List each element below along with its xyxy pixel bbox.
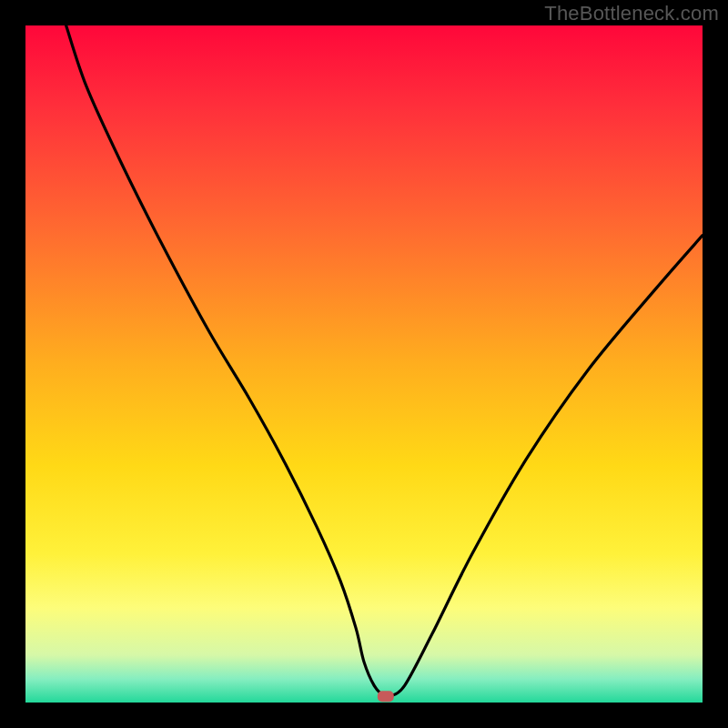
plot-area: [25, 25, 703, 703]
chart-frame: TheBottleneck.com: [0, 0, 728, 728]
gradient-background: [25, 25, 703, 703]
watermark-text: TheBottleneck.com: [544, 2, 719, 25]
bottleneck-chart: [25, 25, 703, 703]
selected-point-marker: [378, 691, 394, 702]
